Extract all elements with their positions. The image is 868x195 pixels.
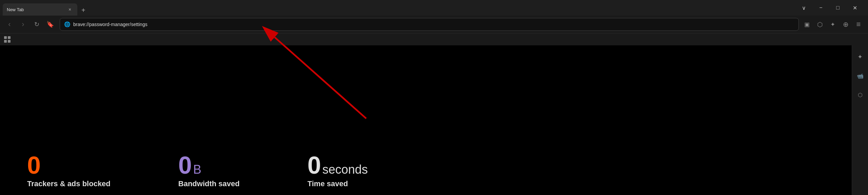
trackers-label: Trackers & ads blocked bbox=[27, 179, 111, 188]
globe-icon: 🌐 bbox=[64, 21, 71, 27]
dropdown-button[interactable]: ∨ bbox=[796, 2, 812, 13]
new-tab-button[interactable]: + bbox=[79, 5, 88, 16]
apps-button[interactable] bbox=[4, 36, 11, 43]
minimize-button[interactable]: − bbox=[813, 2, 829, 13]
toolbar: ‹ › ↻ 🔖 🌐 brave://password-manager/setti… bbox=[0, 16, 868, 33]
main-content: 0 Trackers & ads blocked 0B Bandwidth sa… bbox=[0, 45, 868, 195]
forward-button[interactable]: › bbox=[18, 19, 28, 30]
leo-icon: ✦ bbox=[830, 21, 835, 28]
bookmark-button[interactable]: 🔖 bbox=[45, 19, 56, 30]
bandwidth-label: Bandwidth saved bbox=[178, 179, 240, 188]
menu-button[interactable]: ≡ bbox=[853, 19, 864, 30]
address-bar[interactable]: 🌐 brave://password-manager/settings bbox=[60, 18, 799, 31]
sidebar-toggle-icon: ▣ bbox=[804, 21, 810, 28]
menu-icon: ≡ bbox=[856, 20, 861, 29]
back-button[interactable]: ‹ bbox=[4, 19, 15, 30]
toolbar-right: ▣ ⬡ ✦ ⊕ ≡ bbox=[802, 19, 864, 30]
refresh-button[interactable]: ↻ bbox=[31, 19, 42, 30]
sidebar-leo-button[interactable]: ✦ bbox=[854, 51, 866, 63]
browser-window: New Tab × + ∨ − □ ✕ ‹ › ↻ 🔖 🌐 brave: bbox=[0, 0, 868, 195]
close-button[interactable]: ✕ bbox=[847, 2, 863, 13]
shield-button[interactable]: ⊕ bbox=[840, 19, 851, 30]
sidebar-video-icon: 📹 bbox=[857, 73, 864, 79]
time-value-row: 0seconds bbox=[308, 153, 368, 177]
sidebar-playlist-icon: ⬡ bbox=[858, 92, 863, 98]
bandwidth-value-row: 0B bbox=[178, 153, 240, 177]
sidebar-video-button[interactable]: 📹 bbox=[854, 70, 866, 82]
window-controls: ∨ − □ ✕ bbox=[796, 2, 865, 13]
forward-icon: › bbox=[22, 20, 24, 29]
sidebar-leo-icon: ✦ bbox=[857, 53, 863, 61]
sidebar-playlist-button[interactable]: ⬡ bbox=[854, 89, 866, 101]
shield-icon: ⊕ bbox=[843, 20, 849, 28]
address-bar-wrapper: 🌐 brave://password-manager/settings bbox=[60, 18, 799, 31]
time-label: Time saved bbox=[308, 179, 368, 188]
titlebar: New Tab × + ∨ − □ ✕ bbox=[0, 0, 868, 16]
stats-row: 0 Trackers & ads blocked 0B Bandwidth sa… bbox=[27, 153, 436, 188]
bookmark-icon: 🔖 bbox=[46, 21, 54, 28]
trackers-value: 0 bbox=[27, 153, 111, 177]
leo-button[interactable]: ✦ bbox=[827, 19, 838, 30]
wallet-icon: ⬡ bbox=[817, 21, 823, 28]
trackers-stat: 0 Trackers & ads blocked bbox=[27, 153, 111, 188]
apps-grid-icon bbox=[4, 36, 11, 43]
bandwidth-stat: 0B Bandwidth saved bbox=[178, 153, 240, 188]
maximize-button[interactable]: □ bbox=[830, 2, 846, 13]
time-stat: 0seconds Time saved bbox=[308, 153, 368, 188]
tab-area: New Tab × + bbox=[3, 0, 796, 16]
back-icon: ‹ bbox=[8, 20, 11, 29]
sidebar-toggle-button[interactable]: ▣ bbox=[802, 19, 812, 30]
bookmarks-bar bbox=[0, 33, 868, 45]
tab-title: New Tab bbox=[7, 7, 64, 12]
wallet-button[interactable]: ⬡ bbox=[814, 19, 825, 30]
refresh-icon: ↻ bbox=[34, 21, 39, 28]
active-tab[interactable]: New Tab × bbox=[3, 3, 77, 16]
address-text: brave://password-manager/settings bbox=[73, 22, 794, 27]
tab-close-button[interactable]: × bbox=[66, 6, 73, 13]
sidebar-rail: ✦ 📹 ⬡ bbox=[852, 45, 868, 195]
